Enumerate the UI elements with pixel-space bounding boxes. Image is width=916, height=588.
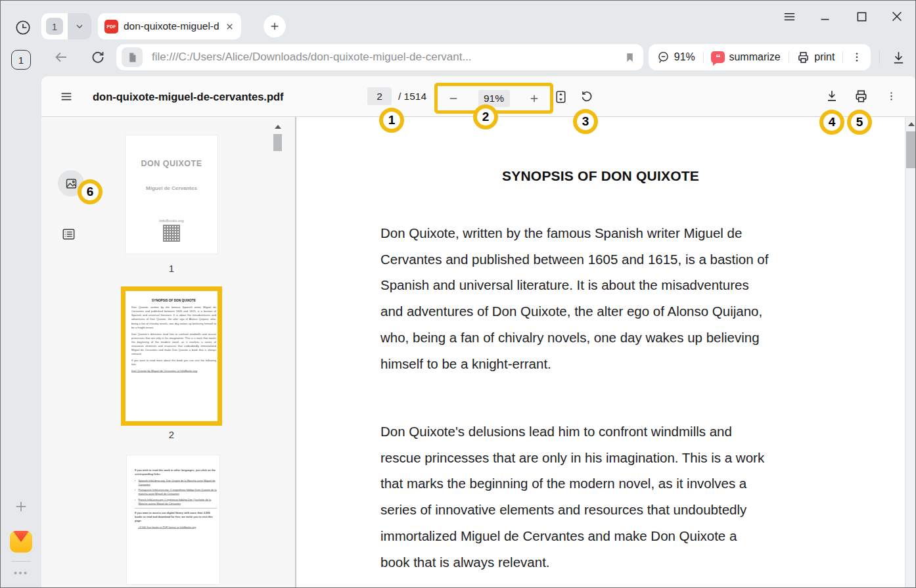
doc-paragraph-2: Don Quixote's delusions lead him to conf… [380,418,764,575]
pdf-page: SYNOPSIS OF DON QUIXOTE Don Quixote, wri… [296,117,905,588]
print-button[interactable]: print [796,51,835,64]
sidebar-scroll-thumb[interactable] [273,134,282,151]
rail-add-button[interactable] [12,497,30,516]
address-bar[interactable]: file:///C:/Users/Alice/Downloads/don-qui… [116,44,643,70]
downloads-button[interactable] [889,48,907,66]
chevron-down-icon [74,21,85,32]
refresh-button[interactable] [89,48,107,66]
zoom-badge-value: 91% [674,51,695,63]
thumb3-item-spanish: Spanish InfoLibros.org: Don Quijote de l… [139,479,218,487]
zoom-out-button[interactable] [446,91,461,106]
viewer-sidebar-toggle[interactable] [57,87,76,106]
thumb1-site: InfoBooks.org [126,219,218,223]
page-zoom-badge[interactable]: 91% [656,51,695,64]
printer-icon [854,89,869,104]
outline-view-button[interactable] [60,225,77,242]
thumb2-heading: SYNOPSIS OF DON QUIXOTE [131,298,216,303]
rotate-button[interactable] [578,87,596,106]
doc-line: himself to be a knight-errant. [380,351,768,377]
doc-line: that marks the beginning of the modern n… [380,470,764,497]
new-tab-button[interactable] [263,15,286,37]
zoom-bubble-icon [656,51,670,64]
bookmark-icon[interactable] [624,52,635,63]
thumb2-para1: Don Quixote, written by the famous Spani… [131,305,216,329]
clock-icon [14,19,32,36]
pdf-viewer: don-quixote-miguel-de-cervantes.pdf 2 / … [41,76,916,588]
rail-tab-counter[interactable]: 1 [11,50,31,70]
site-info-chip[interactable] [122,47,143,67]
fit-page-button[interactable] [551,87,570,106]
workspace-dropdown[interactable] [68,13,91,39]
page-number-input[interactable]: 2 [367,87,392,105]
browser-menu-button[interactable] [780,7,798,26]
thumb2-link: Don Quixote by Miguel de Cervantes at In… [131,369,216,373]
address-kebab-button[interactable] [851,51,863,63]
maximize-icon [855,10,869,24]
divider [11,561,31,562]
pdf-file-icon: PDF [104,20,118,34]
doc-line: and adventures of Don Quixote, the alter… [380,298,768,325]
tab-don-quixote[interactable]: PDF don-quixote-miguel-de- [98,13,241,39]
doc-heading: SYNOPSIS OF DON QUIXOTE [296,168,905,184]
annotation-4: 4 [819,110,844,135]
outline-list-icon [61,227,76,242]
annotation-badge: 5 [847,110,872,135]
summarize-button[interactable]: “ summarize [711,51,780,63]
zoom-in-icon [528,93,540,104]
scroll-up-arrow[interactable] [275,125,281,129]
thumb1-label: 1 [126,263,218,274]
viewer-download-button[interactable] [823,87,841,105]
close-tab-icon[interactable] [225,22,235,32]
quote-icon: “ [711,51,725,63]
download-icon [891,50,906,65]
maximize-button[interactable] [852,7,871,26]
workspace-count[interactable]: 1 [41,13,68,39]
back-button[interactable] [52,48,70,66]
scroll-up-arrow[interactable] [908,122,915,126]
zoom-in-button[interactable] [526,91,542,106]
fit-page-icon [553,89,568,104]
mail-icon [10,531,32,542]
main-scroll-thumb[interactable] [906,131,916,168]
side-rail: 1 ●●● [1,40,41,588]
minimize-button[interactable] [816,7,835,26]
thumb2-link-intro: If you want to read more about this book… [131,359,216,367]
divider [789,51,789,63]
history-button[interactable] [14,18,32,36]
mail-app-button[interactable] [10,531,32,553]
print-label: print [814,51,835,63]
thumb3-item-french: French InfoLivres.org: L'ingénieux hidal… [139,498,218,506]
url-text[interactable]: file:///C:/Users/Alice/Downloads/don-qui… [152,51,624,64]
plus-icon [14,499,28,514]
workspace-pill[interactable]: 1 [41,13,91,39]
browser-window: 1 PDF don-quixote-miguel-de- file:///C:/… [0,0,916,588]
refresh-icon [90,49,106,65]
thumbnail-page-1[interactable]: DON QUIXOTE Miguel de Cervantes InfoBook… [126,135,218,254]
doc-line: immortalized Miguel de Cervantes and mak… [380,523,764,549]
thumb1-author: Miguel de Cervantes [126,185,218,191]
address-actions: 91% “ summarize print [649,44,871,70]
viewer-kebab-button[interactable] [882,87,900,105]
doc-line: Spanish and universal literature. It is … [380,272,768,298]
minimize-icon [818,9,833,24]
thumb1-title: DON QUIXOTE [126,159,218,168]
annotation-1: 1 [379,108,404,133]
divider [879,51,880,64]
doc-line: Cervantes and published between 1605 and… [380,246,768,273]
annotation-6: 6 [78,179,103,204]
sidebar-scrollbar[interactable] [273,121,283,588]
thumbnail-page-2-selected[interactable]: SYNOPSIS OF DON QUIXOTE Don Quixote, wri… [121,286,222,426]
close-window-button[interactable] [888,7,906,26]
annotation-5: 5 [847,110,872,135]
rail-more-button[interactable]: ●●● [1,570,41,576]
thumb3-outro: If you want to access our digital librar… [135,511,217,522]
doc-line: who, being a fan of chivalry novels, one… [380,325,768,351]
main-scrollbar[interactable] [905,117,916,588]
thumbnail-page-3[interactable]: If you wish to read this work in other l… [127,455,219,584]
close-icon [890,9,904,24]
annotation-2: 2 [473,104,498,129]
plus-icon [269,20,281,32]
workspace-number: 1 [46,18,63,35]
doc-line: series of innovative elements and resour… [380,497,764,523]
viewer-print-button[interactable] [852,87,870,105]
